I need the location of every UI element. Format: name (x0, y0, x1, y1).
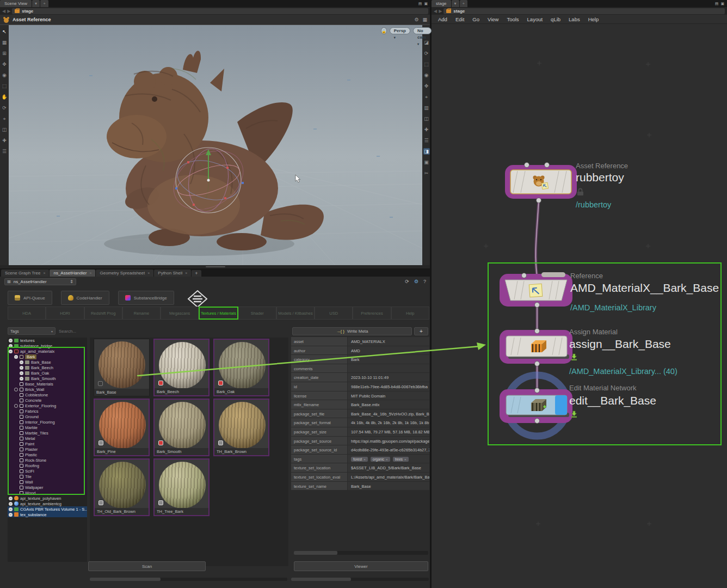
expander-icon[interactable]: − (9, 513, 13, 517)
tree-item[interactable]: −textures (8, 338, 87, 343)
tree-item[interactable]: Wood (8, 490, 87, 495)
tree-item[interactable]: −Bark_Base (8, 359, 87, 365)
expander-icon[interactable]: − (20, 366, 23, 370)
tags-filter-select[interactable]: Tags▾ (8, 327, 56, 335)
expander-icon[interactable]: − (14, 355, 18, 359)
tool-icon[interactable]: ◫ (1, 126, 8, 133)
tool-icon[interactable]: ↖ (1, 28, 8, 35)
network-breadcrumb[interactable]: stage (443, 8, 725, 14)
handler-tab-help[interactable]: Help (391, 307, 429, 320)
tree-item[interactable]: Plaster (8, 446, 87, 452)
menu-edit[interactable]: Edit (455, 16, 464, 22)
grid-icon[interactable]: ▦ (422, 17, 427, 22)
tree-item[interactable]: Interior_Flooring (8, 419, 87, 425)
texture-tile-bark_oak[interactable]: Bark_Oak (213, 339, 269, 396)
expander-icon[interactable]: • (14, 404, 18, 408)
expander-icon[interactable] (14, 393, 18, 397)
tab-scene-view[interactable]: Scene View (0, 0, 32, 7)
button-api-queue[interactable]: API-Queue (8, 291, 52, 305)
tree-item[interactable]: −api_texture_ambientcg (8, 501, 87, 506)
tree-item[interactable]: Cobblestone (8, 392, 87, 397)
tree-item[interactable]: −substance_bridge (8, 343, 87, 348)
tree-item[interactable]: Ground (8, 414, 87, 419)
expander-icon[interactable] (14, 437, 18, 440)
handler-tab-redshift-prog[interactable]: Redshift Prog (84, 307, 122, 320)
expander-icon[interactable] (14, 409, 18, 413)
tag-chip[interactable]: organic× (371, 457, 390, 462)
menu-layout[interactable]: Layout (527, 16, 543, 22)
menu-tools[interactable]: Tools (507, 16, 519, 22)
remove-tag-icon[interactable]: × (386, 458, 388, 461)
tree-item[interactable]: −Bark_Smooth (8, 376, 87, 381)
node-reference[interactable] (500, 272, 572, 308)
display-option-icon[interactable]: ◨ (423, 148, 430, 155)
tab-menu-caret[interactable]: ▾ (32, 0, 40, 7)
handler-tab-megascans[interactable]: Megascans (161, 307, 199, 320)
expander-icon[interactable] (14, 382, 18, 386)
menu-qlib[interactable]: qLib (551, 16, 560, 22)
lock-icon[interactable]: 🔓 (381, 27, 387, 34)
expander-icon[interactable] (14, 480, 18, 484)
expander-icon[interactable] (14, 486, 18, 489)
close-icon[interactable]: × (89, 271, 91, 275)
display-option-icon[interactable]: ✚ (423, 126, 430, 133)
menu-view[interactable]: View (488, 16, 498, 22)
tree-item[interactable]: Marble (8, 425, 87, 430)
remove-tag-icon[interactable]: × (404, 458, 406, 461)
tree-item[interactable]: −Bark_Beech (8, 365, 87, 370)
tree-item[interactable]: −Bark_Oak (8, 370, 87, 376)
tree-item[interactable]: •Brick_Wall (8, 387, 87, 392)
handler-tab-models-kitbashes[interactable]: Models / Kitbashes (276, 307, 315, 320)
tool-icon[interactable]: ◉ (1, 72, 8, 78)
nav-back-icon[interactable]: ◀ (434, 9, 437, 14)
settings-gear-icon[interactable]: ⚙ (414, 279, 418, 284)
tool-icon[interactable]: ⟳ (1, 105, 8, 111)
tree-item[interactable]: Tile (8, 474, 87, 479)
tree-item[interactable]: Base_Materials (8, 381, 87, 387)
texture-tile-bark_base[interactable]: Bark_Base (94, 339, 150, 396)
breadcrumb[interactable]: stage (12, 8, 428, 14)
menu-go[interactable]: Go (472, 16, 479, 22)
expander-icon[interactable] (14, 475, 18, 479)
tool-icon[interactable]: ⊞ (1, 50, 8, 57)
remove-tag-icon[interactable]: × (364, 458, 366, 461)
handler-tab-hdri[interactable]: HDRI (46, 307, 84, 320)
expander-icon[interactable]: − (20, 360, 23, 364)
tree-item[interactable]: SciFi (8, 468, 87, 474)
tree-item[interactable]: Metal (8, 436, 87, 441)
expander-icon[interactable]: − (9, 350, 13, 353)
button-codehandler[interactable]: CodeHandler (61, 291, 109, 305)
handler-tab-usd[interactable]: USD (315, 307, 353, 320)
add-tab-button[interactable]: + (40, 0, 48, 7)
tag-chip[interactable]: trees× (393, 457, 409, 462)
node-rubbertoy[interactable] (505, 163, 577, 203)
expander-icon[interactable]: − (9, 339, 13, 342)
tool-icon[interactable]: ✋ (1, 94, 8, 100)
expander-icon[interactable] (14, 448, 18, 451)
menu-help[interactable]: Help (588, 16, 599, 22)
meta-h-scrollbar[interactable] (294, 551, 428, 555)
tree-item[interactable]: Wall (8, 479, 87, 485)
expander-icon[interactable]: − (9, 502, 13, 506)
display-option-icon[interactable]: ☰ (423, 137, 430, 144)
display-option-icon[interactable]: ⟳ (423, 50, 430, 57)
display-option-icon[interactable]: ✂ (423, 170, 430, 176)
tree-item[interactable]: •Exterior_Flooring (8, 403, 87, 408)
close-icon[interactable]: × (43, 271, 45, 275)
tree-item[interactable]: Roofing (8, 463, 87, 468)
pane-window-icons[interactable]: ▤▣ (418, 2, 428, 6)
display-option-icon[interactable]: ◫ (423, 115, 430, 122)
nav-forward-icon[interactable]: ▶ (439, 9, 442, 14)
tree-item[interactable]: −CGAxis PBR Textures Volume 1 - S... (8, 506, 87, 512)
expander-icon[interactable]: − (20, 371, 23, 375)
viewport-3d[interactable] (9, 25, 422, 265)
handler-tab-shader[interactable]: Shader (238, 307, 276, 320)
tree-item[interactable]: Rock-Stone (8, 457, 87, 463)
tree-item[interactable]: Plastic (8, 452, 87, 457)
expander-icon[interactable] (14, 464, 18, 468)
tree-item[interactable]: −tex_substance (8, 512, 87, 517)
grid-h-scrollbar[interactable] (90, 578, 287, 581)
tool-icon[interactable]: ✚ (1, 137, 8, 144)
tree-item[interactable]: −api_texture_polyhaven (8, 495, 87, 501)
scan-button[interactable]: Scan (88, 561, 206, 571)
